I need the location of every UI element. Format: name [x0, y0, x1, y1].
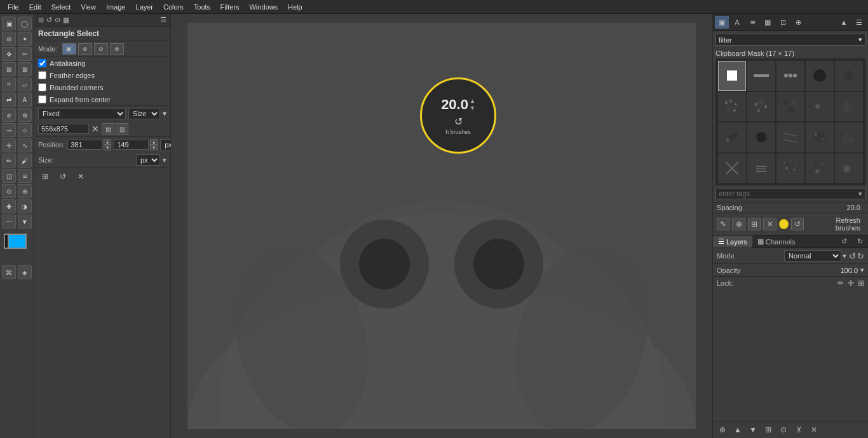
tool-extra1[interactable]: ⌘ — [2, 265, 16, 279]
right-scroll-up-icon[interactable]: ▲ — [837, 16, 851, 29]
layer-redo-icon[interactable]: ↻ — [857, 251, 864, 261]
brush-yellow-dot[interactable] — [779, 219, 789, 229]
options-grid-icon[interactable]: ▦ — [63, 16, 69, 24]
filter-dropdown[interactable]: filter ▾ — [715, 34, 865, 46]
tool-rect-select[interactable]: ▣ — [2, 17, 16, 30]
layer-new-btn[interactable]: ⊕ — [715, 423, 729, 436]
brush-cell-splat1[interactable] — [718, 123, 746, 152]
tool-transform[interactable]: ⊞ — [2, 62, 16, 76]
tab-layers[interactable]: ☰ Layers — [713, 236, 752, 248]
tags-input[interactable] — [716, 189, 856, 199]
mode-add-btn[interactable]: ⊕ — [78, 43, 92, 55]
options-history-icon[interactable]: ⊙ — [55, 16, 60, 24]
tool-fuzzy-select[interactable]: ✦ — [18, 32, 32, 46]
tool-clone[interactable]: ⊕ — [18, 184, 32, 198]
menu-layer[interactable]: Layer — [131, 2, 159, 12]
mode-subtract-btn[interactable]: ⊖ — [94, 43, 108, 55]
menu-select[interactable]: Select — [46, 2, 76, 12]
brush-copy-btn[interactable]: ⊞ — [748, 218, 761, 230]
tool-paintbrush[interactable]: 🖌 — [18, 154, 32, 168]
lock-move-icon[interactable]: ✛ — [848, 279, 854, 288]
brush-duplicate-btn[interactable]: ⊕ — [732, 218, 745, 230]
tool-ellipse-select[interactable]: ◯ — [18, 17, 32, 30]
magnifier-down-icon[interactable]: ▼ — [470, 105, 475, 112]
tool-move[interactable]: ✛ — [2, 138, 16, 152]
brush-cell-scatter3[interactable] — [776, 92, 804, 122]
brush-cell-texture2[interactable]: ❋ — [835, 92, 863, 122]
options-menu-icon[interactable]: ☰ — [160, 16, 166, 24]
brush-cell-scatter2[interactable] — [747, 92, 775, 122]
position-x-input[interactable] — [67, 140, 102, 150]
size-select[interactable]: Size — [128, 108, 160, 119]
brush-cell-scatter1[interactable] — [718, 92, 746, 122]
expand-row[interactable]: Expand from center — [34, 93, 170, 105]
mode-intersect-btn[interactable]: ⊗ — [110, 43, 124, 55]
options-restore-icon[interactable]: ↺ — [46, 16, 52, 24]
brushes-tab-icon[interactable]: ▣ — [715, 16, 729, 29]
size-unit-select[interactable]: px — [136, 154, 160, 166]
layer-merge-btn[interactable]: ⊻ — [792, 423, 806, 436]
gradients-tab-icon[interactable]: ≋ — [745, 16, 759, 29]
brush-cell-white-square[interactable] — [718, 61, 746, 91]
tool-zoom[interactable]: ⊕ — [18, 108, 32, 122]
magnifier-refresh-icon[interactable]: ↺ — [454, 116, 463, 128]
tool-airbrush[interactable]: ≋ — [18, 169, 32, 183]
tool-smudge[interactable]: 〰 — [2, 215, 16, 229]
feather-row[interactable]: Feather edges — [34, 69, 170, 81]
tool-dodge[interactable]: ◑ — [18, 199, 32, 213]
position-y-up[interactable]: ▲ — [150, 139, 158, 145]
brush-cell-rough1[interactable] — [806, 123, 834, 152]
menu-edit[interactable]: Edit — [24, 2, 46, 12]
brush-cell-splat2[interactable] — [747, 123, 775, 152]
brush-cell-noise2[interactable] — [806, 154, 834, 183]
tool-select-by-color[interactable]: ✥ — [2, 47, 16, 61]
tb-new-icon[interactable]: ⊞ — [38, 170, 52, 183]
dynamics-tab-icon[interactable]: ⊡ — [776, 16, 790, 29]
tool-eraser[interactable]: ◫ — [2, 169, 16, 183]
canvas-area[interactable]: 20.0 ▲ ▼ ↺ h brushes — [171, 14, 712, 438]
foreground-color-swatch[interactable] — [8, 234, 27, 249]
tab-redo-icon[interactable]: ↻ — [852, 236, 868, 248]
menu-file[interactable]: File — [3, 2, 24, 12]
position-y-down[interactable]: ▼ — [150, 145, 158, 150]
tool-perspective[interactable]: ▱ — [18, 77, 32, 91]
tool-pencil[interactable]: ✏ — [2, 154, 16, 168]
menu-help[interactable]: Help — [283, 2, 308, 12]
tool-heal[interactable]: ✚ — [2, 199, 16, 213]
layer-duplicate-btn[interactable]: ⊞ — [761, 423, 775, 436]
fixed-select[interactable]: Fixed — [38, 108, 126, 119]
layer-down-btn[interactable]: ▼ — [746, 423, 760, 436]
mode-chevron-icon[interactable]: ▾ — [843, 252, 846, 260]
rounded-row[interactable]: Rounded corners — [34, 81, 170, 93]
layer-undo-icon[interactable]: ↺ — [849, 251, 856, 261]
brush-delete-btn[interactable]: ✕ — [763, 218, 776, 230]
layer-delete-btn[interactable]: ✕ — [807, 423, 821, 436]
layer-up-btn[interactable]: ▲ — [731, 423, 745, 436]
options-settings-icon[interactable]: ⊞ — [38, 16, 44, 24]
tool-extra2[interactable]: ◈ — [18, 265, 32, 279]
dimension-reset-icon[interactable]: ✕ — [92, 124, 99, 134]
tool-presets-tab-icon[interactable]: ⊕ — [791, 16, 805, 29]
layer-mode-select[interactable]: Normal — [784, 250, 841, 262]
rounded-checkbox[interactable] — [38, 83, 46, 91]
refresh-brushes-button[interactable]: Refresh brushes — [809, 215, 864, 233]
palettes-tab-icon[interactable]: ▦ — [761, 16, 775, 29]
feather-checkbox[interactable] — [38, 71, 46, 79]
brush-cell-circle-lg[interactable] — [806, 61, 834, 91]
antialiasing-row[interactable]: Antialiasing — [34, 57, 170, 69]
brush-cell-noise1[interactable] — [776, 154, 804, 183]
tool-crop[interactable]: ⌗ — [2, 77, 16, 91]
tool-flip[interactable]: ⇄ — [2, 93, 16, 107]
tool-scissors[interactable]: ✂ — [18, 47, 32, 61]
tool-measure[interactable]: ⊸ — [2, 123, 16, 137]
right-menu-icon[interactable]: ☰ — [852, 16, 866, 29]
brush-cell-cross1[interactable] — [718, 154, 746, 183]
antialiasing-checkbox[interactable] — [38, 59, 46, 67]
menu-filters[interactable]: Filters — [215, 2, 245, 12]
position-x-up[interactable]: ▲ — [104, 139, 111, 145]
brush-cell-star[interactable] — [835, 61, 863, 91]
tb-delete-icon[interactable]: ✕ — [74, 170, 88, 183]
brush-cell-dots[interactable] — [776, 61, 804, 91]
mode-replace-btn[interactable]: ▣ — [62, 43, 76, 55]
menu-colors[interactable]: Colors — [158, 2, 189, 12]
